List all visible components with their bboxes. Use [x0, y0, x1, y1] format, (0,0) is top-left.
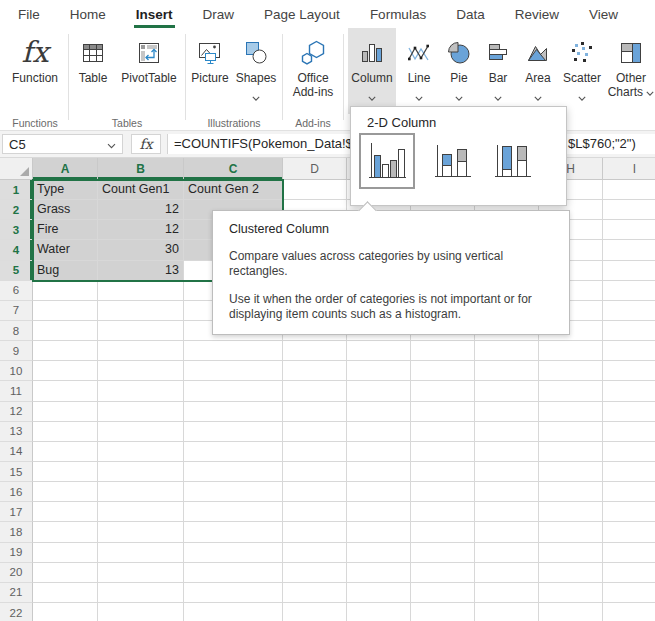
cell-H16[interactable]: [539, 482, 603, 502]
cell-E15[interactable]: [347, 462, 411, 482]
cell-A21[interactable]: [33, 583, 98, 603]
row-header-16[interactable]: 16: [0, 482, 33, 502]
cell-B3[interactable]: 12: [98, 220, 184, 240]
cell-C22[interactable]: [184, 603, 283, 621]
cell-A3[interactable]: Fire: [33, 220, 98, 240]
cell-A5[interactable]: Bug: [33, 261, 98, 281]
cell-E13[interactable]: [347, 422, 411, 442]
cell-F19[interactable]: [411, 543, 475, 563]
ribbon-button-function[interactable]: fxFunction: [6, 28, 64, 114]
cell-I12[interactable]: [603, 402, 655, 422]
row-header-18[interactable]: 18: [0, 522, 33, 542]
ribbon-button-scatter[interactable]: Scatter: [560, 28, 604, 114]
cell-G20[interactable]: [475, 563, 539, 583]
cell-F18[interactable]: [411, 522, 475, 542]
cell-A18[interactable]: [33, 522, 98, 542]
row-header-14[interactable]: 14: [0, 442, 33, 462]
row-header-6[interactable]: 6: [0, 281, 33, 301]
cell-F9[interactable]: [411, 341, 475, 361]
select-all-corner[interactable]: [0, 158, 33, 180]
cell-A13[interactable]: [33, 422, 98, 442]
cell-B11[interactable]: [98, 381, 184, 401]
cell-F17[interactable]: [411, 502, 475, 522]
cell-C20[interactable]: [184, 563, 283, 583]
cell-D20[interactable]: [283, 563, 347, 583]
cell-I14[interactable]: [603, 442, 655, 462]
ribbon-button-office-add-ins[interactable]: OfficeAdd-ins: [287, 28, 339, 114]
cell-A14[interactable]: [33, 442, 98, 462]
insert-function-button[interactable]: fx: [131, 134, 161, 154]
row-header-22[interactable]: 22: [0, 603, 33, 621]
chart-option-stacked-column[interactable]: [431, 139, 475, 183]
cell-F11[interactable]: [411, 381, 475, 401]
cell-A7[interactable]: [33, 301, 98, 321]
cell-A4[interactable]: Water: [33, 240, 98, 260]
cell-B12[interactable]: [98, 402, 184, 422]
cell-H13[interactable]: [539, 422, 603, 442]
cell-H9[interactable]: [539, 341, 603, 361]
ribbon-button-line[interactable]: Line: [400, 28, 438, 114]
menu-tab-insert[interactable]: Insert: [136, 0, 173, 28]
cell-E9[interactable]: [347, 341, 411, 361]
row-header-4[interactable]: 4: [0, 240, 33, 260]
cell-H20[interactable]: [539, 563, 603, 583]
cell-B14[interactable]: [98, 442, 184, 462]
cell-I20[interactable]: [603, 563, 655, 583]
cell-I2[interactable]: [603, 200, 655, 220]
cell-H10[interactable]: [539, 361, 603, 381]
cell-I7[interactable]: [603, 301, 655, 321]
cell-B2[interactable]: 12: [98, 200, 184, 220]
cell-G19[interactable]: [475, 543, 539, 563]
menu-tab-file[interactable]: File: [18, 0, 40, 28]
row-header-3[interactable]: 3: [0, 220, 33, 240]
row-header-12[interactable]: 12: [0, 402, 33, 422]
cell-F15[interactable]: [411, 462, 475, 482]
cell-G22[interactable]: [475, 603, 539, 621]
cell-H14[interactable]: [539, 442, 603, 462]
cell-G13[interactable]: [475, 422, 539, 442]
cell-I1[interactable]: [603, 180, 655, 200]
cell-E17[interactable]: [347, 502, 411, 522]
row-header-5[interactable]: 5: [0, 261, 33, 281]
cell-C13[interactable]: [184, 422, 283, 442]
cell-C11[interactable]: [184, 381, 283, 401]
cell-B4[interactable]: 30: [98, 240, 184, 260]
cell-D21[interactable]: [283, 583, 347, 603]
cell-B6[interactable]: [98, 281, 184, 301]
cell-A12[interactable]: [33, 402, 98, 422]
cell-F14[interactable]: [411, 442, 475, 462]
row-header-10[interactable]: 10: [0, 361, 33, 381]
row-header-7[interactable]: 7: [0, 301, 33, 321]
cell-A8[interactable]: [33, 321, 98, 341]
cell-B16[interactable]: [98, 482, 184, 502]
menu-tab-formulas[interactable]: Formulas: [370, 0, 426, 28]
cell-B15[interactable]: [98, 462, 184, 482]
cell-E16[interactable]: [347, 482, 411, 502]
cell-F21[interactable]: [411, 583, 475, 603]
cell-I4[interactable]: [603, 240, 655, 260]
cell-G11[interactable]: [475, 381, 539, 401]
cell-H22[interactable]: [539, 603, 603, 621]
chart-option-100-stacked-column[interactable]: [491, 139, 535, 183]
cell-C19[interactable]: [184, 543, 283, 563]
ribbon-button-pivottable[interactable]: PivotTable: [117, 28, 181, 114]
cell-H12[interactable]: [539, 402, 603, 422]
cell-E10[interactable]: [347, 361, 411, 381]
row-header-13[interactable]: 13: [0, 422, 33, 442]
cell-D14[interactable]: [283, 442, 347, 462]
cell-I6[interactable]: [603, 281, 655, 301]
cell-B19[interactable]: [98, 543, 184, 563]
chevron-down-icon[interactable]: [252, 88, 260, 104]
cell-I5[interactable]: [603, 261, 655, 281]
cell-F20[interactable]: [411, 563, 475, 583]
cell-C12[interactable]: [184, 402, 283, 422]
column-header-d[interactable]: D: [283, 158, 347, 180]
cell-D19[interactable]: [283, 543, 347, 563]
cell-G21[interactable]: [475, 583, 539, 603]
ribbon-button-other-charts[interactable]: OtherCharts: [608, 28, 654, 114]
row-header-19[interactable]: 19: [0, 543, 33, 563]
row-header-15[interactable]: 15: [0, 462, 33, 482]
ribbon-button-pie[interactable]: Pie: [442, 28, 476, 114]
cell-I15[interactable]: [603, 462, 655, 482]
cell-E12[interactable]: [347, 402, 411, 422]
